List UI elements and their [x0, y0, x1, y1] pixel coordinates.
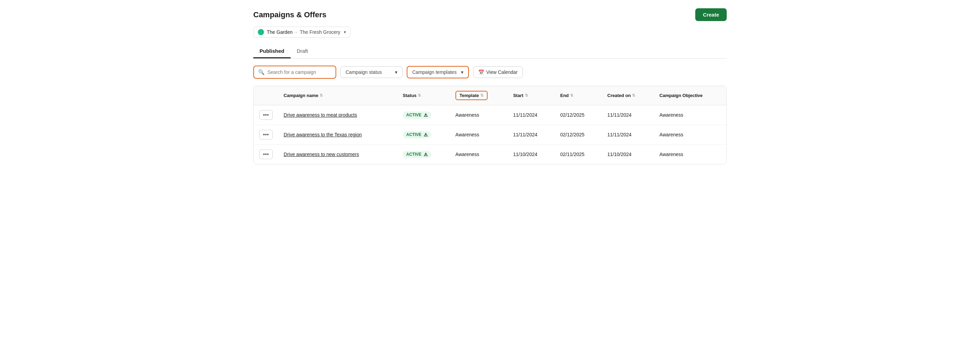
- objective-cell: Awareness: [654, 105, 726, 125]
- campaign-link[interactable]: Drive awareness to the Texas region: [284, 132, 362, 138]
- end-cell: 02/12/2025: [555, 125, 601, 145]
- tab-published[interactable]: Published: [253, 44, 291, 59]
- campaign-status-dropdown[interactable]: Campaign status ▾: [340, 66, 402, 78]
- warning-icon: ⚠: [424, 132, 428, 138]
- sort-icon: ⇅: [570, 93, 573, 98]
- table-row: ••• Drive awareness to new customers ACT…: [254, 145, 726, 165]
- created-on-cell: 11/10/2024: [602, 145, 654, 165]
- col-objective: Campaign Objective: [654, 86, 726, 105]
- search-box[interactable]: 🔍: [253, 66, 336, 79]
- campaign-name-cell: Drive awareness to meat products: [278, 105, 398, 125]
- campaigns-table-container: Campaign name ⇅ Status ⇅ Template: [253, 85, 727, 165]
- created-on-value: 11/11/2024: [608, 132, 632, 138]
- store-name: The Garden: [267, 29, 293, 35]
- col-start: Start ⇅: [508, 86, 555, 105]
- status-cell: ACTIVE ⚠: [398, 145, 450, 165]
- col-template[interactable]: Template ⇅: [450, 86, 508, 105]
- objective-value: Awareness: [659, 132, 683, 138]
- sort-icon: ⇅: [320, 93, 323, 98]
- store-sub-name: The Fresh Grocery: [300, 29, 340, 35]
- campaign-name-cell: Drive awareness to the Texas region: [278, 125, 398, 145]
- view-calendar-button[interactable]: 📅 View Calendar: [473, 66, 523, 78]
- end-value: 02/12/2025: [560, 112, 584, 118]
- objective-cell: Awareness: [654, 125, 726, 145]
- row-menu-button[interactable]: •••: [259, 149, 273, 159]
- sort-icon: ⇅: [418, 93, 421, 98]
- start-cell: 11/11/2024: [508, 125, 555, 145]
- start-value: 11/11/2024: [513, 132, 537, 138]
- start-cell: 11/10/2024: [508, 145, 555, 165]
- col-created-on: Created on ⇅: [602, 86, 654, 105]
- status-badge: ACTIVE ⚠: [403, 131, 431, 138]
- table-row: ••• Drive awareness to meat products ACT…: [254, 105, 726, 125]
- template-cell: Awareness: [450, 125, 508, 145]
- template-value: Awareness: [455, 112, 479, 118]
- created-on-value: 11/10/2024: [608, 152, 632, 157]
- store-separator: -: [296, 29, 297, 35]
- status-label: ACTIVE: [406, 152, 422, 157]
- template-value: Awareness: [455, 132, 479, 138]
- template-cell: Awareness: [450, 105, 508, 125]
- start-value: 11/11/2024: [513, 112, 537, 118]
- status-badge: ACTIVE ⚠: [403, 151, 431, 158]
- objective-value: Awareness: [659, 152, 683, 157]
- campaigns-table: Campaign name ⇅ Status ⇅ Template: [254, 86, 726, 164]
- chevron-down-icon: ▾: [461, 70, 463, 75]
- created-on-cell: 11/11/2024: [602, 125, 654, 145]
- status-cell: ACTIVE ⚠: [398, 105, 450, 125]
- store-selector[interactable]: The Garden - The Fresh Grocery ▾: [253, 27, 350, 38]
- page-title: Campaigns & Offers: [253, 10, 326, 19]
- status-label: ACTIVE: [406, 132, 422, 137]
- created-on-cell: 11/11/2024: [602, 105, 654, 125]
- row-menu-cell: •••: [254, 125, 278, 145]
- chevron-down-icon: ▾: [344, 30, 346, 35]
- calendar-icon: 📅: [478, 70, 484, 75]
- template-cell: Awareness: [450, 145, 508, 165]
- filters-row: 🔍 Campaign status ▾ Campaign templates ▾…: [253, 66, 727, 79]
- create-button[interactable]: Create: [695, 8, 727, 21]
- campaign-templates-label: Campaign templates: [412, 70, 457, 75]
- chevron-down-icon: ▾: [395, 70, 398, 75]
- row-menu-cell: •••: [254, 105, 278, 125]
- row-menu-button[interactable]: •••: [259, 130, 273, 139]
- warning-icon: ⚠: [424, 152, 428, 157]
- warning-icon: ⚠: [424, 112, 428, 118]
- template-value: Awareness: [455, 152, 479, 157]
- table-row: ••• Drive awareness to the Texas region …: [254, 125, 726, 145]
- end-value: 02/12/2025: [560, 132, 584, 138]
- status-cell: ACTIVE ⚠: [398, 125, 450, 145]
- campaign-status-label: Campaign status: [345, 70, 382, 75]
- store-icon: [258, 29, 264, 35]
- search-input[interactable]: [267, 70, 331, 75]
- campaign-name-cell: Drive awareness to new customers: [278, 145, 398, 165]
- col-campaign-name: Campaign name ⇅: [278, 86, 398, 105]
- tab-draft[interactable]: Draft: [291, 44, 315, 59]
- created-on-value: 11/11/2024: [608, 112, 632, 118]
- campaign-link[interactable]: Drive awareness to meat products: [284, 112, 357, 118]
- row-menu-button[interactable]: •••: [259, 110, 273, 120]
- status-label: ACTIVE: [406, 112, 422, 117]
- end-value: 02/11/2025: [560, 152, 584, 157]
- view-calendar-label: View Calendar: [486, 70, 518, 75]
- objective-cell: Awareness: [654, 145, 726, 165]
- col-end: End ⇅: [555, 86, 601, 105]
- search-icon: 🔍: [258, 69, 265, 75]
- row-menu-cell: •••: [254, 145, 278, 165]
- sort-icon: ⇅: [525, 93, 528, 98]
- col-menu: [254, 86, 278, 105]
- start-value: 11/10/2024: [513, 152, 537, 157]
- objective-value: Awareness: [659, 112, 683, 118]
- col-status: Status ⇅: [398, 86, 450, 105]
- campaign-templates-dropdown[interactable]: Campaign templates ▾: [407, 66, 469, 78]
- end-cell: 02/11/2025: [555, 145, 601, 165]
- start-cell: 11/11/2024: [508, 105, 555, 125]
- status-badge: ACTIVE ⚠: [403, 112, 431, 119]
- end-cell: 02/12/2025: [555, 105, 601, 125]
- tabs-bar: Published Draft: [253, 44, 727, 59]
- campaign-link[interactable]: Drive awareness to new customers: [284, 152, 359, 157]
- sort-icon: ⇅: [480, 93, 484, 98]
- sort-icon: ⇅: [632, 93, 635, 98]
